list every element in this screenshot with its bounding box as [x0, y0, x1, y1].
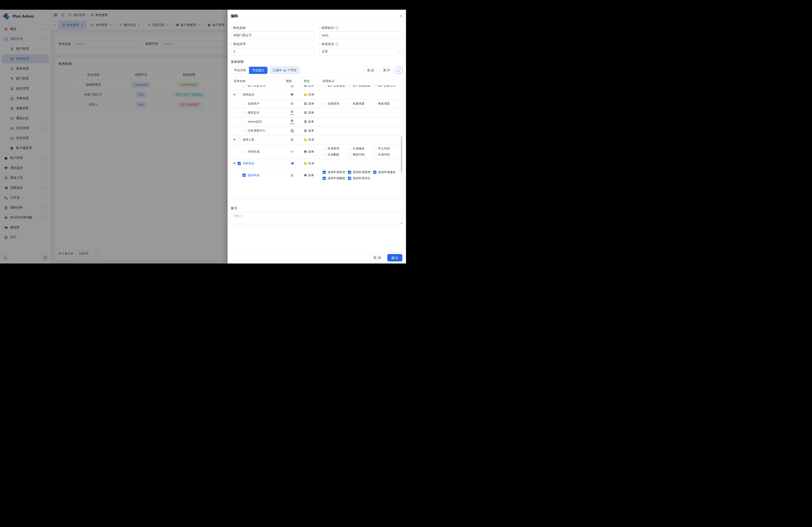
menu-type-icon	[304, 103, 307, 105]
tree-row[interactable]: 任务调度中心 菜单	[231, 126, 403, 135]
perm-checkbox-item[interactable]: 租户套餐修改	[322, 86, 348, 88]
node-checkbox[interactable]	[243, 150, 246, 153]
person-leave-icon	[290, 174, 294, 177]
role-name-field[interactable]	[231, 32, 315, 39]
screen: Plus Admin 概览 系统管理 用户管理 角色管理 菜单管理 部门管理 岗…	[0, 0, 406, 264]
perm-checkbox-item[interactable]: 请假申请删除	[322, 176, 348, 180]
menu-type-icon	[304, 130, 307, 132]
question-icon[interactable]: ?	[335, 43, 338, 46]
menu-type-icon	[304, 86, 307, 87]
perm-checkbox-item[interactable]: 单条强退	[373, 102, 398, 106]
tree-scroll-area[interactable]: 租户套餐管理 菜单 租户套餐修改 租户套餐删除 租户套餐导出 系统监控	[231, 86, 403, 199]
perm-checkbox-item[interactable]: 请假申请导出	[348, 176, 373, 180]
expand-icon	[398, 69, 401, 72]
note-textarea[interactable]	[231, 212, 403, 224]
menu-type-icon	[304, 174, 307, 177]
schedule-icon	[290, 129, 294, 133]
perm-checkbox-item[interactable]: 租户套餐删除	[348, 86, 373, 88]
package-icon	[290, 86, 294, 88]
form-item-status: *角色状态? 正常	[319, 42, 403, 55]
required-asterisk: *	[231, 43, 232, 46]
code-icon	[290, 150, 294, 153]
mode-segmented-control: 节点关联 节点独立	[231, 67, 267, 74]
folder-icon	[304, 163, 307, 165]
perm-checkbox-item[interactable]: 预览代码	[348, 153, 373, 157]
form-item-sort: *角色排序	[231, 42, 315, 55]
mode-independent-button[interactable]: 节点独立	[249, 67, 267, 74]
drawer-title: 编辑	[231, 14, 238, 18]
drawer-header: 编辑 ✕	[228, 10, 406, 23]
node-checkbox[interactable]	[237, 138, 241, 141]
menu-perm-section-label: 菜单权限	[231, 60, 403, 64]
tree-header: 菜单名称 图标 类型 权限标识	[231, 77, 403, 86]
caret-down-icon[interactable]	[233, 94, 236, 95]
node-checkbox[interactable]	[243, 102, 246, 105]
perm-checkbox-item[interactable]: 请假申请查询	[322, 170, 348, 174]
sort-field[interactable]	[231, 48, 315, 55]
perm-checkbox-item[interactable]: 在线查询	[322, 102, 348, 106]
tree-row[interactable]: 租户套餐管理 菜单 租户套餐修改 租户套餐删除 租户套餐导出	[231, 86, 403, 90]
confirm-button[interactable]: 确 认	[387, 254, 402, 261]
spring-icon	[290, 119, 294, 123]
perm-checkbox-item[interactable]: 请假申请新增	[348, 170, 373, 174]
node-checkbox[interactable]	[243, 86, 246, 88]
tree-column-perm: 权限标识	[320, 77, 403, 85]
note-label: 备注	[231, 206, 403, 210]
perm-checkbox-item[interactable]: 批量强退	[348, 102, 373, 106]
menu-type-icon	[304, 121, 307, 123]
resize-handle[interactable]	[400, 222, 402, 224]
collapse-all-button[interactable]: 收 起	[364, 67, 377, 74]
cancel-button[interactable]: 取 消	[369, 254, 385, 261]
fullscreen-button[interactable]	[396, 67, 403, 74]
chevron-down-icon	[397, 50, 400, 53]
perm-key-field[interactable]	[319, 32, 403, 39]
node-checkbox[interactable]	[237, 93, 241, 96]
sort-label: 角色排序	[233, 42, 246, 46]
perm-checkbox-item[interactable]: 生成修改	[348, 147, 373, 151]
tools-icon	[290, 138, 294, 141]
status-label: 角色状态	[322, 42, 334, 46]
perm-checkbox-item[interactable]: 租户套餐导出	[373, 86, 398, 88]
node-checkbox[interactable]	[243, 129, 246, 133]
required-asterisk: *	[319, 43, 320, 46]
mode-linked-button[interactable]: 节点关联	[231, 67, 249, 74]
caret-down-icon[interactable]	[233, 163, 236, 164]
tree-row[interactable]: Admin监控 spring 菜单	[231, 118, 403, 126]
menu-perm-controls: 节点关联 节点独立 已选中 13 个节点 收 起 展 开	[231, 67, 403, 74]
drawer-body: *角色名称 *权限标识? *角色排序 *角色状态? 正常	[228, 23, 406, 252]
tree-row[interactable]: 代码生成 菜单 生成查询 生成修改 导入代码 生成删除 预览代码 生成代码	[231, 145, 403, 159]
perm-checkbox-item[interactable]: 请假申请修改	[373, 170, 398, 174]
selected-count-badge: 已选中 13 个节点	[270, 67, 300, 74]
perm-checkbox-item[interactable]: 生成查询	[322, 147, 348, 151]
menu-type-icon	[304, 151, 307, 153]
close-icon[interactable]: ✕	[400, 14, 402, 18]
tree-row[interactable]: 请假申请 菜单 请假申请查询 请假申请新增 请假申请修改 请假申请删除 请假申请…	[231, 168, 403, 182]
question-icon[interactable]: ?	[335, 26, 338, 30]
required-asterisk: *	[319, 27, 320, 30]
perm-checkbox-item[interactable]: 导入代码	[373, 147, 398, 151]
tree-row[interactable]: 系统工具 目录	[231, 135, 403, 145]
node-checkbox[interactable]	[243, 120, 246, 123]
vscode-icon	[290, 162, 294, 165]
caret-down-icon[interactable]	[233, 139, 236, 140]
edit-drawer: 编辑 ✕ *角色名称 *权限标识? *角色排序 *角	[228, 10, 406, 264]
node-checkbox[interactable]	[243, 111, 246, 115]
perm-key-label: 权限标识	[322, 26, 334, 30]
folder-icon	[304, 94, 307, 96]
required-asterisk: *	[231, 27, 232, 30]
tree-row[interactable]: 缓存监控 redis 菜单	[231, 108, 403, 118]
online-user-icon	[290, 102, 294, 105]
node-checkbox[interactable]	[243, 174, 246, 177]
tree-row[interactable]: 流程发起 目录	[231, 159, 403, 168]
tree-scrollbar-thumb[interactable]	[401, 136, 402, 172]
menu-type-icon	[304, 111, 307, 114]
folder-icon	[304, 139, 307, 141]
tree-row[interactable]: 在线用户 菜单 在线查询 批量强退 单条强退	[231, 100, 403, 108]
expand-all-button[interactable]: 展 开	[380, 67, 393, 74]
perm-checkbox-item[interactable]: 生成删除	[322, 153, 348, 157]
status-select[interactable]: 正常	[319, 48, 403, 55]
node-checkbox[interactable]	[237, 162, 241, 165]
perm-checkbox-item[interactable]: 生成代码	[373, 153, 398, 157]
tree-row[interactable]: 系统监控 目录	[231, 90, 403, 100]
role-name-label: 角色名称	[233, 26, 246, 30]
